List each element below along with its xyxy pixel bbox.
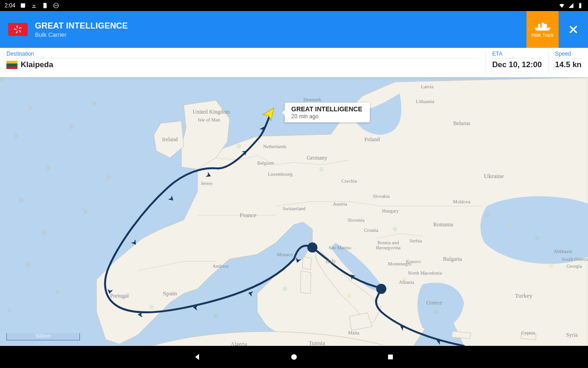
close-button[interactable] [559,11,588,48]
hide-track-label: Hide Track [531,33,554,38]
svg-point-9 [434,310,439,314]
svg-point-11 [214,314,218,319]
country-label: Portugal [110,293,129,299]
country-label: Belgium [257,161,274,166]
nav-back-button[interactable] [191,350,204,364]
country-label: Lithuania [416,99,434,104]
status-notif-icon [20,2,26,9]
country-label: Austria [333,201,347,207]
country-label: North Macedonia [408,270,442,276]
vessel-info-bar: Destination Klaipeda ETA Dec 10, 12:00 S… [0,48,588,77]
svg-rect-22 [388,355,393,360]
country-label: Romania [433,221,453,228]
country-label: Tunisia [309,340,325,346]
country-label: Poland [364,136,379,143]
svg-point-10 [283,287,287,291]
android-status-bar: 2:04 [0,0,588,11]
country-label: Denmark [303,97,321,102]
country-label: Slovakia [373,194,390,199]
country-label: Serbia [410,238,422,243]
nav-home-button[interactable] [287,350,301,364]
status-dnd-icon [53,2,59,9]
android-nav-bar [0,346,588,368]
destination-field[interactable]: Destination Klaipeda [6,51,486,74]
country-label: Cyprus [521,330,535,335]
country-label: Malta [348,330,360,335]
vessel-callout[interactable]: GREAT INTELLIGENCE 20 min ago [285,103,370,122]
svg-point-6 [319,167,324,172]
svg-rect-3 [580,3,581,3]
map[interactable]: GREAT INTELLIGENCE 20 min ago United Kin… [0,77,588,346]
country-label: Abkhazia [554,249,572,254]
country-label: Ireland [162,136,178,143]
cell-signal-icon [568,2,574,9]
country-label: Bulgaria [443,256,462,263]
svg-point-15 [347,293,351,298]
country-label: Greece [426,299,442,306]
status-download-icon [31,2,37,9]
country-label: Bosnia and Herzegovina [376,240,401,250]
callout-title: GREAT INTELLIGENCE [291,105,362,113]
svg-point-13 [535,236,540,241]
callout-timestamp: 20 min ago [291,113,362,120]
home-icon [290,353,298,361]
speed-field: Speed 14.5 kn [548,51,582,74]
country-label: Turkey [515,292,533,299]
country-label: Hungary [382,208,399,213]
country-label: South Ossetia [562,257,588,262]
status-time: 2:04 [5,2,15,9]
vessel-header: GREAT INTELLIGENCE Bulk Carrier Hide Tra… [0,11,588,48]
country-label: Italy [326,258,336,265]
country-label: Moldova [453,199,470,204]
battery-icon [577,2,583,9]
eta-label: ETA [492,51,542,58]
country-label: Jersey [201,181,213,186]
eta-value: Dec 10, 12:00 [492,60,542,69]
country-label: Isle of Man [198,117,220,122]
country-label: Belarus [453,120,470,127]
back-icon [193,352,202,362]
vessel-name: GREAT INTELLIGENCE [35,21,128,31]
country-label: Netherlands [263,144,287,149]
hide-track-button[interactable]: Hide Track [526,11,559,48]
wifi-icon [559,2,565,9]
country-label: Ukraine [484,172,503,180]
nav-recent-button[interactable] [384,350,397,364]
svg-point-12 [149,305,154,310]
svg-rect-0 [21,3,25,7]
svg-point-20 [307,242,317,253]
country-label: Andorra [213,264,229,269]
flag-hong-kong-icon [8,23,28,36]
speed-label: Speed [555,51,582,58]
country-label: Switzerland [283,206,305,211]
country-label: Slovenia [348,218,365,223]
country-label: Czechia [341,178,357,184]
country-label: United Kingdom [193,109,230,115]
eta-field: ETA Dec 10, 12:00 [486,51,549,74]
map-scale-bar: 500nm [6,333,80,340]
ship-icon [534,21,551,31]
speed-value: 14.5 kn [555,60,582,69]
status-sd-icon [42,2,48,9]
country-label: Kosovo [406,259,421,264]
country-label: Latvia [421,84,434,89]
svg-rect-2 [579,3,582,8]
recent-icon [386,353,395,361]
svg-point-21 [291,354,297,360]
country-label: Syria [566,332,577,339]
close-icon [568,24,578,34]
svg-point-16 [508,222,512,227]
country-label: Algeria [231,341,247,346]
flag-lithuania-icon [6,61,17,69]
country-label: France [240,212,257,219]
country-label: Monaco [277,252,293,257]
destination-value: Klaipeda [21,60,53,69]
vessel-type: Bulk Carrier [35,31,128,38]
svg-point-5 [237,144,241,149]
country-label: Georgia [566,264,582,269]
country-label: San Marino [328,245,351,250]
country-label: Germany [307,155,328,161]
svg-point-18 [549,264,554,268]
svg-point-19 [376,284,386,294]
country-label: Spain [163,290,177,297]
